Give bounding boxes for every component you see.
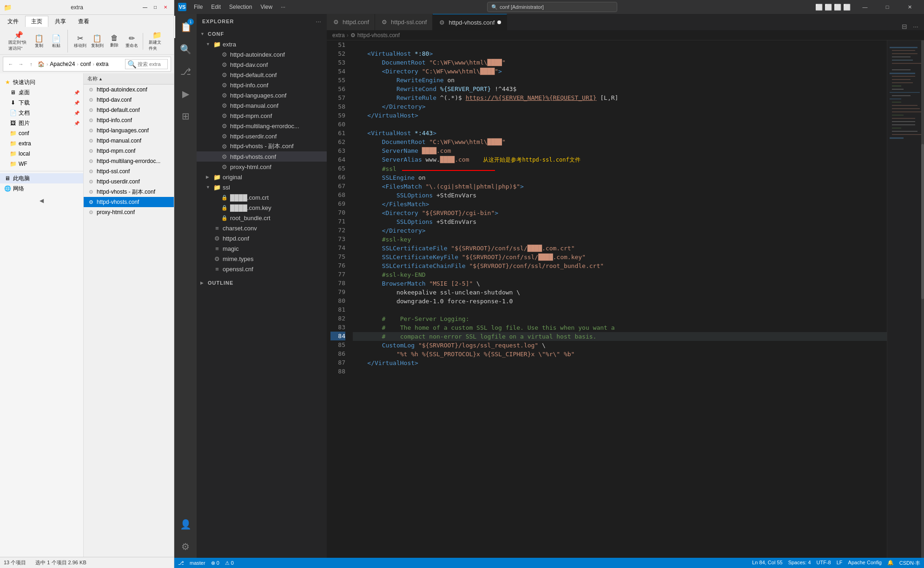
tree-httpd-info[interactable]: ⚙ httpd-info.conf [197, 80, 327, 90]
menu-file[interactable]: File [190, 3, 206, 11]
file-httpd-ssl[interactable]: ⚙ httpd-ssl.conf [84, 166, 174, 176]
sidebar-item-desktop[interactable]: 🖥 桌面 📌 [0, 87, 83, 98]
sidebar-item-extra[interactable]: 📁 extra [0, 138, 83, 149]
menu-view[interactable]: View [257, 3, 276, 11]
tab-httpd-conf[interactable]: ⚙ httpd.conf [327, 14, 375, 30]
activity-run[interactable]: ▶ [174, 83, 197, 105]
tree-httpd-userdir[interactable]: ⚙ httpd-userdir.conf [197, 131, 327, 141]
sidebar-item-documents[interactable]: 📄 文档 📌 [0, 108, 83, 118]
command-palette[interactable]: 🔍 conf [Administrator] [487, 2, 617, 12]
path-conf[interactable]: conf [80, 61, 91, 67]
tree-httpd-manual[interactable]: ⚙ httpd-manual.conf [197, 100, 327, 111]
tab-file[interactable]: 文件 [2, 16, 24, 27]
tree-extra-folder[interactable]: ▼ 📁 extra [197, 39, 327, 49]
menu-more[interactable]: ··· [277, 3, 289, 11]
up-button[interactable]: ↑ [26, 59, 36, 69]
activity-search[interactable]: 🔍 [174, 38, 197, 60]
file-httpd-languages[interactable]: ⚙ httpd-languages.conf [84, 125, 174, 136]
tree-httpd-default[interactable]: ⚙ httpd-default.conf [197, 70, 327, 80]
paste-button[interactable]: 📄 粘贴 [48, 33, 65, 50]
tree-original-folder[interactable]: ▶ 📁 original [197, 172, 327, 182]
file-httpd-mpm[interactable]: ⚙ httpd-mpm.conf [84, 146, 174, 156]
tab-httpd-ssl-conf[interactable]: ⚙ httpd-ssl.conf [375, 14, 433, 30]
tree-httpd-mpm[interactable]: ⚙ httpd-mpm.conf [197, 111, 327, 121]
file-httpd-vhosts[interactable]: ⚙ httpd-vhosts.conf [84, 197, 174, 207]
sidebar-more-icon[interactable]: ··· [316, 18, 321, 25]
activity-explorer[interactable]: 📋 1 [174, 16, 197, 38]
minimize-button[interactable]: — [140, 3, 150, 12]
file-httpd-dav[interactable]: ⚙ httpd-dav.conf [84, 95, 174, 105]
tab-httpd-vhosts-conf[interactable]: ⚙ httpd-vhosts.conf [433, 14, 507, 30]
tree-conf-root[interactable]: ▼ CONF [197, 29, 327, 39]
code-content[interactable]: <VirtualHost *:80> DocumentRoot "C:\WF\w… [349, 40, 887, 558]
file-httpd-userdir[interactable]: ⚙ httpd-userdir.conf [84, 176, 174, 187]
tree-httpd-conf[interactable]: ⚙ httpd.conf [197, 233, 327, 243]
tree-httpd-vhosts-active[interactable]: ⚙ httpd-vhosts.conf [197, 151, 327, 162]
layout-icon-3[interactable]: ⬜ [843, 3, 851, 11]
copy-to-button[interactable]: 📋 复制到 [89, 33, 106, 50]
tree-mime-types[interactable]: ⚙ mime.types [197, 254, 327, 264]
tree-httpd-autoindex[interactable]: ⚙ httpd-autoindex.conf [197, 49, 327, 59]
move-button[interactable]: ✂ 移动到 [72, 33, 88, 50]
tab-home[interactable]: 主页 [25, 16, 48, 27]
split-editor-icon[interactable]: ⬜ [815, 3, 823, 11]
file-httpd-default[interactable]: ⚙ httpd-default.conf [84, 105, 174, 115]
rename-button[interactable]: ✏ 重命名 [123, 33, 140, 50]
sidebar-item-this-pc[interactable]: 🖥 此电脑 [0, 173, 83, 183]
tree-httpd-vhosts-copy[interactable]: ⚙ httpd-vhosts - 副本.conf [197, 141, 327, 151]
tree-httpd-multilang[interactable]: ⚙ httpd-multilang-errordoc... [197, 121, 327, 131]
file-httpd-multilang[interactable]: ⚙ httpd-multilang-errordoc... [84, 156, 174, 166]
delete-button[interactable]: 🗑 删除 [106, 33, 123, 49]
tab-view[interactable]: 查看 [73, 16, 95, 27]
sidebar-item-local[interactable]: 📁 local [0, 149, 83, 159]
tree-com-crt[interactable]: 🔒 ████.com.crt [197, 192, 327, 202]
sidebar-item-conf[interactable]: 📁 conf [0, 128, 83, 138]
tree-httpd-languages[interactable]: ⚙ httpd-languages.conf [197, 90, 327, 100]
sidebar-item-wf[interactable]: 📁 WF [0, 159, 83, 169]
close-button[interactable]: ✕ [161, 3, 170, 12]
address-bar[interactable]: ← → ↑ 🏠 › Apache24 › conf › extra 🔍 [3, 57, 171, 72]
sidebar-item-downloads[interactable]: ⬇ 下载 📌 [0, 98, 83, 108]
sidebar-item-pictures[interactable]: 🖼 图片 📌 [0, 118, 83, 128]
activity-git[interactable]: ⎇ [174, 60, 197, 83]
tree-charset[interactable]: ≡ charset.conv [197, 223, 327, 233]
vscode-minimize-button[interactable]: — [854, 0, 876, 14]
tab-share[interactable]: 共享 [49, 16, 72, 27]
file-httpd-vhosts-copy[interactable]: ⚙ httpd-vhosts - 副本.conf [84, 187, 174, 197]
tree-openssl[interactable]: ≡ openssl.cnf [197, 264, 327, 274]
file-httpd-manual[interactable]: ⚙ httpd-manual.conf [84, 136, 174, 146]
menu-selection[interactable]: Selection [225, 3, 256, 11]
layout-icon-2[interactable]: ⬜ [834, 3, 841, 11]
forward-button[interactable]: → [16, 59, 26, 69]
menu-edit[interactable]: Edit [207, 3, 224, 11]
tree-com-key[interactable]: 🔒 ████.com.key [197, 202, 327, 213]
pin-button[interactable]: 📌 固定到"快速访问" [7, 30, 30, 52]
more-tabs-button[interactable]: ··· [911, 23, 920, 30]
copy-button[interactable]: 📋 复制 [31, 33, 47, 50]
path-extra[interactable]: extra [96, 61, 109, 67]
back-button[interactable]: ← [6, 59, 15, 69]
activity-settings[interactable]: ⚙ [174, 535, 197, 558]
activity-account[interactable]: 👤 [174, 513, 197, 535]
search-box[interactable]: 🔍 [125, 59, 168, 69]
tree-root-bundle[interactable]: 🔒 root_bundle.crt [197, 213, 327, 223]
tree-outline-header[interactable]: ▶ OUTLINE [197, 278, 327, 288]
activity-extensions[interactable]: ⊞ [174, 105, 197, 127]
layout-icon-1[interactable]: ⬜ [825, 3, 832, 11]
tree-magic[interactable]: ≡ magic [197, 243, 327, 254]
search-input[interactable] [138, 61, 165, 67]
new-folder-button[interactable]: 📁 新建文件夹 [147, 30, 167, 52]
tree-httpd-dav[interactable]: ⚙ httpd-dav.conf [197, 59, 327, 70]
tree-ssl-folder[interactable]: ▼ 📁 ssl [197, 182, 327, 192]
split-editor-button[interactable]: ⊟ [900, 23, 909, 30]
tree-proxy-html[interactable]: ⚙ proxy-html.conf [197, 162, 327, 172]
vscode-close-button[interactable]: ✕ [899, 0, 920, 14]
file-httpd-autoindex[interactable]: ⚙ httpd-autoindex.conf [84, 85, 174, 95]
maximize-button[interactable]: □ [151, 3, 160, 12]
sidebar-item-network[interactable]: 🌐 网络 [0, 183, 83, 194]
file-httpd-info[interactable]: ⚙ httpd-info.conf [84, 115, 174, 125]
file-proxy-html[interactable]: ⚙ proxy-html.conf [84, 207, 174, 217]
collapse-button[interactable]: ◀ [40, 197, 44, 204]
path-apache[interactable]: Apache24 [50, 61, 75, 67]
sidebar-item-quick-access[interactable]: ★ 快速访问 [0, 77, 83, 87]
